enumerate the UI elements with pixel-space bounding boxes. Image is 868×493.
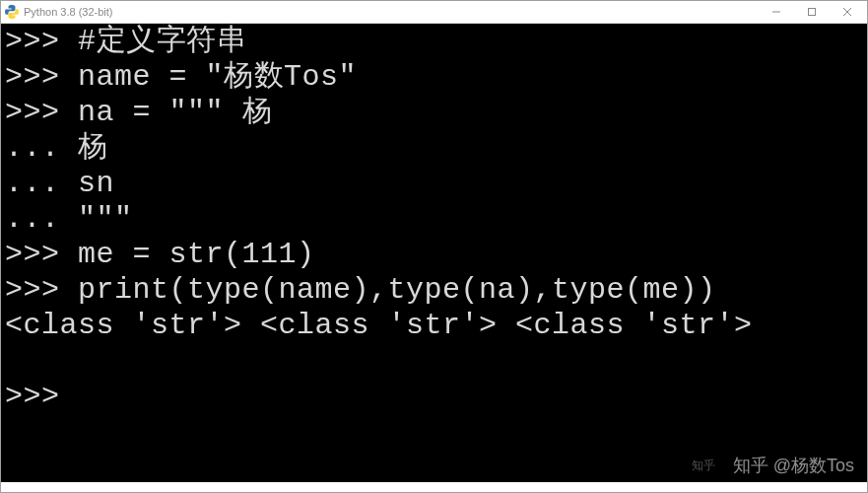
close-button[interactable] — [830, 2, 865, 23]
caption-bar — [1, 482, 867, 492]
titlebar[interactable]: Python 3.8 (32-bit) — [1, 1, 867, 24]
app-window: Python 3.8 (32-bit) >>> #定义字符串 >>> name … — [0, 0, 868, 493]
window-title: Python 3.8 (32-bit) — [24, 6, 759, 18]
maximize-button[interactable] — [794, 2, 830, 23]
svg-rect-1 — [809, 9, 816, 16]
window-controls — [759, 2, 865, 23]
python-icon — [5, 5, 19, 19]
minimize-button[interactable] — [759, 2, 794, 23]
terminal-output[interactable]: >>> #定义字符串 >>> name = "杨数Tos" >>> na = "… — [1, 24, 867, 482]
